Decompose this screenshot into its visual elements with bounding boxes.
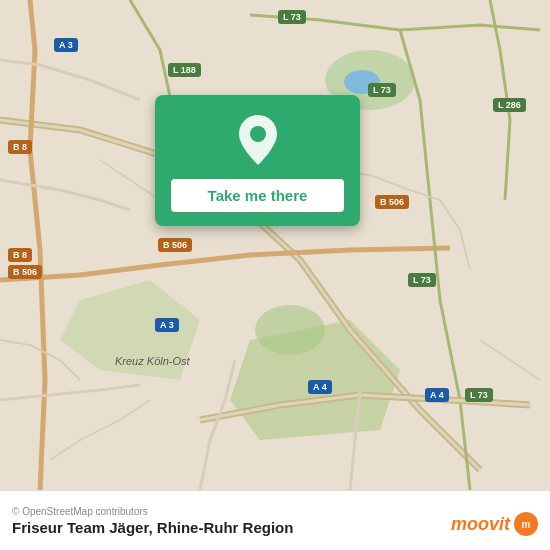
road-label-b506-2: B 506 [8, 265, 42, 279]
location-pin-icon [235, 113, 281, 167]
location-name: Friseur Team Jäger, Rhine-Ruhr Region [12, 519, 293, 536]
road-label-b8-2: B 8 [8, 248, 32, 262]
moovit-logo: moovit m [451, 512, 538, 536]
moovit-icon: m [514, 512, 538, 536]
svg-point-4 [255, 305, 325, 355]
map-container: A 3 A 3 A 3 A 4 A 4 B 8 B 8 B 506 B 506 … [0, 0, 550, 490]
road-label-b8-1: B 8 [8, 140, 32, 154]
take-me-there-button[interactable]: Take me there [171, 179, 344, 212]
place-label-kreuz: Kreuz Köln-Ost [115, 355, 190, 367]
road-label-l188: L 188 [168, 63, 201, 77]
popup-card: Take me there [155, 95, 360, 226]
svg-text:m: m [522, 519, 531, 530]
road-label-l73-3: L 73 [408, 273, 436, 287]
moovit-text: moovit [451, 514, 510, 535]
road-label-a3-3: A 3 [155, 318, 179, 332]
bottom-bar: © OpenStreetMap contributors Friseur Tea… [0, 490, 550, 550]
road-label-l73-2: L 73 [368, 83, 396, 97]
road-label-b506-1: B 506 [158, 238, 192, 252]
road-label-a4-2: A 4 [425, 388, 449, 402]
road-label-a3-1: A 3 [54, 38, 78, 52]
svg-point-6 [250, 126, 266, 142]
road-label-b506-3: B 506 [375, 195, 409, 209]
road-label-l73-1: L 73 [278, 10, 306, 24]
road-label-l286: L 286 [493, 98, 526, 112]
road-label-l73-4: L 73 [465, 388, 493, 402]
map-svg [0, 0, 550, 490]
road-label-a4-1: A 4 [308, 380, 332, 394]
